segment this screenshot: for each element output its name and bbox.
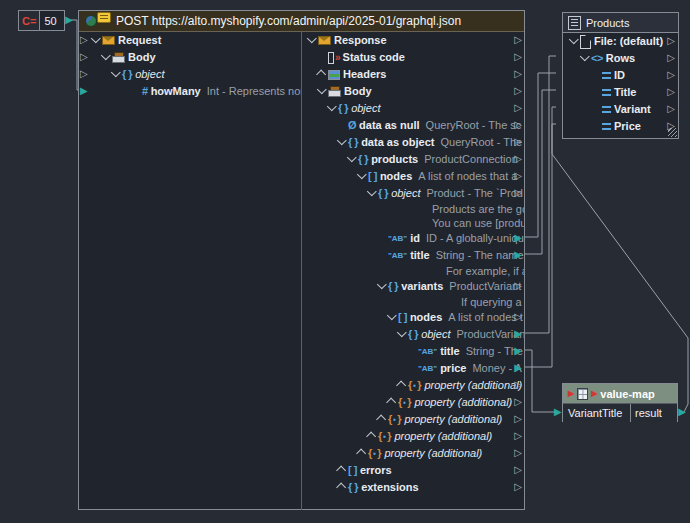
tree-node-data-as-object[interactable]: ▷{ }data as objectQueryRoot - The (302, 134, 524, 151)
tree-node-title[interactable]: ▶▷Title (563, 84, 678, 101)
output-connector[interactable]: ▷ (514, 397, 522, 407)
tree-node-rows[interactable]: ▶▷<>Rows (563, 50, 678, 67)
tree-node-errors[interactable]: ▷[ ]errors (302, 462, 524, 479)
expand-chevron[interactable] (377, 416, 388, 423)
tree-node-nodes[interactable]: ▷[ ]nodesA list of nodes t (302, 309, 524, 326)
collapse-chevron[interactable] (337, 139, 348, 146)
output-connector[interactable]: ▷ (514, 86, 522, 96)
output-connector[interactable]: ▶ (514, 363, 522, 373)
tree-node-property-additional[interactable]: ▷{▪}property (additional) (302, 445, 524, 462)
tree-node-howmany[interactable]: ▶#howManyInt - Represents nor (79, 83, 301, 100)
output-connector[interactable]: ▷ (514, 448, 522, 458)
output-connector[interactable]: ▶ (678, 407, 686, 417)
output-connector[interactable]: ▶ (514, 346, 522, 356)
input-connector[interactable]: ▷ (80, 69, 88, 79)
output-connector[interactable]: ▷ (514, 103, 522, 113)
output-connector[interactable]: ▷ (667, 53, 675, 63)
tree-node-status-code[interactable]: ▷»Status code (302, 49, 524, 66)
collapse-chevron[interactable] (377, 283, 388, 290)
expand-chevron[interactable] (337, 467, 348, 474)
tree-node-headers[interactable]: ▷Headers (302, 66, 524, 83)
collapse-chevron[interactable] (367, 190, 378, 197)
output-connector[interactable]: ▷ (514, 482, 522, 492)
tree-node-property-additional[interactable]: ▷{▪}property (additional) (302, 377, 524, 394)
tree-node-object[interactable]: ▷{ }objectProduct - The `Prod (302, 185, 524, 202)
collapse-chevron[interactable] (327, 105, 338, 112)
webservice-component[interactable]: POST https://alto.myshopify.com/admin/ap… (78, 10, 525, 510)
collapse-chevron[interactable] (397, 331, 408, 338)
output-connector[interactable]: ▷ (514, 52, 522, 62)
output-connector[interactable]: ▷ (514, 137, 522, 147)
tree-node-body[interactable]: ▷Body (79, 49, 301, 66)
output-connector[interactable]: ▷ (514, 281, 522, 291)
tree-node-variants[interactable]: ▷{ }variantsProductVariant (302, 278, 524, 295)
tree-node-property-additional[interactable]: ▷{▪}property (additional) (302, 428, 524, 445)
output-connector[interactable]: ▶ (514, 329, 522, 339)
tree-node-variant[interactable]: ▶▷Variant (563, 101, 678, 118)
output-connector[interactable]: ▶ (65, 15, 73, 25)
input-connector[interactable]: ▶ (554, 407, 562, 417)
output-connector[interactable]: ▷ (514, 69, 522, 79)
output-connector[interactable]: ▷ (514, 465, 522, 475)
collapse-chevron[interactable] (569, 38, 580, 45)
value-map-header[interactable]: ▶ ▶ value-map (563, 384, 677, 404)
collapse-chevron[interactable] (317, 88, 328, 95)
expand-chevron[interactable] (317, 71, 328, 78)
expand-chevron[interactable] (387, 399, 398, 406)
collapse-chevron[interactable] (101, 54, 112, 61)
expand-chevron[interactable] (337, 484, 348, 491)
tree-node-id[interactable]: ▶▷ID (563, 67, 678, 84)
tree-node-id[interactable]: ▶"AB"idID - A globally-unique (302, 230, 524, 247)
output-connector[interactable]: ▷ (667, 104, 675, 114)
output-connector[interactable]: ▷ (667, 36, 675, 46)
collapse-chevron[interactable] (357, 173, 368, 180)
expand-chevron[interactable] (397, 382, 408, 389)
tree-node-object[interactable]: ▷{ }object (302, 100, 524, 117)
output-connector[interactable]: ▷ (514, 35, 522, 45)
input-connector[interactable]: ▷ (80, 52, 88, 62)
output-connector[interactable]: ▷ (514, 380, 522, 390)
products-header[interactable]: Products (563, 13, 678, 33)
output-connector[interactable]: ▷ (514, 312, 522, 322)
expand-chevron[interactable] (367, 433, 378, 440)
webservice-header[interactable]: POST https://alto.myshopify.com/admin/ap… (79, 11, 524, 32)
tree-node-response[interactable]: ▷Response (302, 32, 524, 49)
output-connector[interactable]: ▷ (667, 70, 675, 80)
tree-node-price[interactable]: ▶▷Price (563, 118, 678, 135)
value-map-row[interactable]: VariantTitle result (563, 404, 677, 422)
tree-node-title[interactable]: ▶"AB"titleString - The tit (302, 343, 524, 360)
input-connector[interactable]: ▷ (80, 35, 88, 45)
expand-chevron[interactable] (357, 450, 368, 457)
collapse-chevron[interactable] (111, 71, 122, 78)
tree-node-extensions[interactable]: ▷{ }extensions (302, 479, 524, 496)
input-connector[interactable]: ▶ (80, 86, 88, 96)
constant-component[interactable]: C= 50 ▶ (18, 10, 65, 31)
collapse-chevron[interactable] (580, 55, 591, 62)
output-connector[interactable]: ▶ (514, 250, 522, 260)
output-connector[interactable]: ▷ (514, 171, 522, 181)
output-connector[interactable]: ▷ (514, 188, 522, 198)
tree-node-property-additional[interactable]: ▷{▪}property (additional) (302, 394, 524, 411)
tree-node-property-additional[interactable]: ▷{▪}property (additional) (302, 411, 524, 428)
products-component[interactable]: Products ▷File: (default)▶▷<>Rows▶▷ID▶▷T… (562, 12, 679, 139)
output-connector[interactable]: ▷ (514, 120, 522, 130)
collapse-chevron[interactable] (307, 37, 318, 44)
resize-handle[interactable] (668, 128, 677, 137)
tree-node-nodes[interactable]: ▷[ ]nodesA list of nodes that a (302, 168, 524, 185)
output-connector[interactable]: ▷ (514, 154, 522, 164)
output-connector[interactable]: ▷ (514, 414, 522, 424)
output-connector[interactable]: ▶ (514, 233, 522, 243)
value-map-component[interactable]: ▶ ▶ value-map VariantTitle result ▶ ▶ (562, 383, 678, 422)
collapse-chevron[interactable] (387, 314, 398, 321)
collapse-chevron[interactable] (91, 37, 102, 44)
tree-node-object[interactable]: ▶{ }objectProductVarian (302, 326, 524, 343)
output-connector[interactable]: ▷ (667, 87, 675, 97)
tree-node-price[interactable]: ▶"AB"priceMoney - A mo (302, 360, 524, 377)
tree-node-products[interactable]: ▷{ }productsProductConnection (302, 151, 524, 168)
tree-node-request[interactable]: ▷Request (79, 32, 301, 49)
collapse-chevron[interactable] (347, 156, 358, 163)
tree-node-object[interactable]: ▷{ }object (79, 66, 301, 83)
tree-node-body[interactable]: ▷Body (302, 83, 524, 100)
output-connector[interactable]: ▷ (514, 431, 522, 441)
tree-node-file-default[interactable]: ▷File: (default) (563, 33, 678, 50)
